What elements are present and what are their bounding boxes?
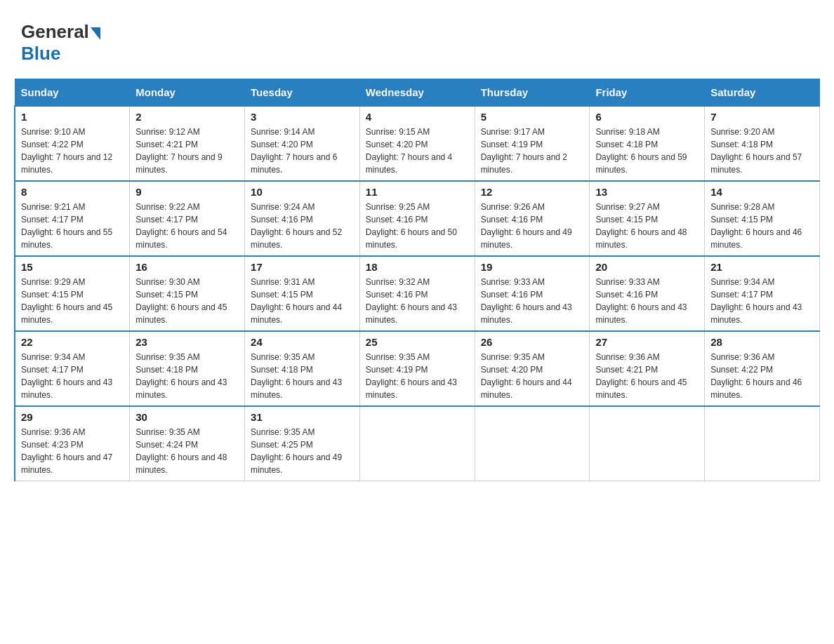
calendar-cell: 27 Sunrise: 9:36 AM Sunset: 4:21 PM Dayl…: [590, 331, 705, 406]
day-info: Sunrise: 9:34 AM Sunset: 4:17 PM Dayligh…: [21, 351, 124, 401]
calendar-week-row: 22 Sunrise: 9:34 AM Sunset: 4:17 PM Dayl…: [15, 331, 820, 406]
calendar-cell: [705, 406, 820, 481]
calendar-cell: [590, 406, 705, 481]
calendar-cell: [475, 406, 590, 481]
calendar-cell: 16 Sunrise: 9:30 AM Sunset: 4:15 PM Dayl…: [130, 256, 245, 331]
day-number: 3: [251, 111, 354, 123]
calendar-week-row: 29 Sunrise: 9:36 AM Sunset: 4:23 PM Dayl…: [15, 406, 820, 481]
calendar-cell: 18 Sunrise: 9:32 AM Sunset: 4:16 PM Dayl…: [359, 256, 475, 331]
page-header: General Blue: [14, 14, 820, 65]
day-info: Sunrise: 9:35 AM Sunset: 4:20 PM Dayligh…: [481, 351, 584, 401]
day-info: Sunrise: 9:14 AM Sunset: 4:20 PM Dayligh…: [251, 126, 354, 176]
day-number: 27: [595, 336, 699, 348]
col-header-thursday: Thursday: [475, 79, 590, 107]
day-number: 20: [595, 261, 699, 273]
day-info: Sunrise: 9:17 AM Sunset: 4:19 PM Dayligh…: [481, 126, 584, 176]
calendar-cell: 12 Sunrise: 9:26 AM Sunset: 4:16 PM Dayl…: [475, 181, 590, 256]
calendar-cell: 26 Sunrise: 9:35 AM Sunset: 4:20 PM Dayl…: [475, 331, 590, 406]
calendar-week-row: 8 Sunrise: 9:21 AM Sunset: 4:17 PM Dayli…: [15, 181, 820, 256]
calendar-cell: 9 Sunrise: 9:22 AM Sunset: 4:17 PM Dayli…: [130, 181, 245, 256]
calendar-cell: 3 Sunrise: 9:14 AM Sunset: 4:20 PM Dayli…: [245, 106, 360, 181]
day-number: 5: [481, 111, 584, 123]
day-number: 21: [710, 261, 814, 273]
calendar-cell: 13 Sunrise: 9:27 AM Sunset: 4:15 PM Dayl…: [590, 181, 705, 256]
day-info: Sunrise: 9:34 AM Sunset: 4:17 PM Dayligh…: [710, 276, 814, 326]
day-info: Sunrise: 9:26 AM Sunset: 4:16 PM Dayligh…: [481, 201, 584, 251]
day-number: 25: [366, 336, 469, 348]
day-info: Sunrise: 9:15 AM Sunset: 4:20 PM Dayligh…: [366, 126, 469, 176]
calendar-cell: 20 Sunrise: 9:33 AM Sunset: 4:16 PM Dayl…: [590, 256, 705, 331]
day-info: Sunrise: 9:27 AM Sunset: 4:15 PM Dayligh…: [595, 201, 699, 251]
calendar-cell: 21 Sunrise: 9:34 AM Sunset: 4:17 PM Dayl…: [705, 256, 820, 331]
day-number: 14: [710, 186, 814, 198]
calendar-header-row: SundayMondayTuesdayWednesdayThursdayFrid…: [15, 79, 820, 107]
calendar-week-row: 15 Sunrise: 9:29 AM Sunset: 4:15 PM Dayl…: [15, 256, 820, 331]
day-number: 26: [481, 336, 584, 348]
calendar-cell: 15 Sunrise: 9:29 AM Sunset: 4:15 PM Dayl…: [15, 256, 130, 331]
day-number: 2: [135, 111, 239, 123]
day-info: Sunrise: 9:30 AM Sunset: 4:15 PM Dayligh…: [135, 276, 239, 326]
logo-blue-text: Blue: [21, 43, 60, 65]
calendar-cell: [359, 406, 475, 481]
col-header-tuesday: Tuesday: [245, 79, 360, 107]
day-number: 11: [366, 186, 469, 198]
calendar-cell: 17 Sunrise: 9:31 AM Sunset: 4:15 PM Dayl…: [245, 256, 360, 331]
day-info: Sunrise: 9:36 AM Sunset: 4:22 PM Dayligh…: [710, 351, 814, 401]
day-info: Sunrise: 9:10 AM Sunset: 4:22 PM Dayligh…: [21, 126, 124, 176]
calendar-cell: 7 Sunrise: 9:20 AM Sunset: 4:18 PM Dayli…: [705, 106, 820, 181]
logo: General Blue: [21, 21, 102, 65]
day-number: 28: [710, 336, 814, 348]
day-number: 13: [595, 186, 699, 198]
col-header-friday: Friday: [590, 79, 705, 107]
day-number: 17: [251, 261, 354, 273]
day-info: Sunrise: 9:33 AM Sunset: 4:16 PM Dayligh…: [481, 276, 584, 326]
calendar-cell: 14 Sunrise: 9:28 AM Sunset: 4:15 PM Dayl…: [705, 181, 820, 256]
day-number: 4: [366, 111, 469, 123]
day-info: Sunrise: 9:32 AM Sunset: 4:16 PM Dayligh…: [366, 276, 469, 326]
logo-general-text: General: [21, 21, 89, 43]
calendar-week-row: 1 Sunrise: 9:10 AM Sunset: 4:22 PM Dayli…: [15, 106, 820, 181]
calendar-cell: 28 Sunrise: 9:36 AM Sunset: 4:22 PM Dayl…: [705, 331, 820, 406]
day-info: Sunrise: 9:31 AM Sunset: 4:15 PM Dayligh…: [251, 276, 354, 326]
day-number: 7: [710, 111, 814, 123]
day-number: 19: [481, 261, 584, 273]
day-info: Sunrise: 9:24 AM Sunset: 4:16 PM Dayligh…: [251, 201, 354, 251]
day-info: Sunrise: 9:21 AM Sunset: 4:17 PM Dayligh…: [21, 201, 124, 251]
calendar-cell: 22 Sunrise: 9:34 AM Sunset: 4:17 PM Dayl…: [15, 331, 130, 406]
day-info: Sunrise: 9:35 AM Sunset: 4:19 PM Dayligh…: [366, 351, 469, 401]
day-number: 10: [251, 186, 354, 198]
col-header-monday: Monday: [130, 79, 245, 107]
day-info: Sunrise: 9:35 AM Sunset: 4:18 PM Dayligh…: [251, 351, 354, 401]
day-number: 15: [21, 261, 124, 273]
day-number: 6: [595, 111, 699, 123]
day-number: 30: [135, 411, 239, 423]
calendar-cell: 11 Sunrise: 9:25 AM Sunset: 4:16 PM Dayl…: [359, 181, 475, 256]
day-info: Sunrise: 9:33 AM Sunset: 4:16 PM Dayligh…: [595, 276, 699, 326]
day-number: 1: [21, 111, 124, 123]
day-info: Sunrise: 9:12 AM Sunset: 4:21 PM Dayligh…: [135, 126, 239, 176]
logo-triangle-icon: [91, 27, 100, 40]
calendar-cell: 30 Sunrise: 9:35 AM Sunset: 4:24 PM Dayl…: [130, 406, 245, 481]
calendar-cell: 1 Sunrise: 9:10 AM Sunset: 4:22 PM Dayli…: [15, 106, 130, 181]
day-info: Sunrise: 9:22 AM Sunset: 4:17 PM Dayligh…: [135, 201, 239, 251]
calendar-cell: 31 Sunrise: 9:35 AM Sunset: 4:25 PM Dayl…: [245, 406, 360, 481]
day-info: Sunrise: 9:35 AM Sunset: 4:18 PM Dayligh…: [135, 351, 239, 401]
day-number: 23: [135, 336, 239, 348]
day-number: 22: [21, 336, 124, 348]
day-info: Sunrise: 9:18 AM Sunset: 4:18 PM Dayligh…: [595, 126, 699, 176]
day-number: 8: [21, 186, 124, 198]
day-number: 29: [21, 411, 124, 423]
calendar-cell: 2 Sunrise: 9:12 AM Sunset: 4:21 PM Dayli…: [130, 106, 245, 181]
calendar-cell: 25 Sunrise: 9:35 AM Sunset: 4:19 PM Dayl…: [359, 331, 475, 406]
day-number: 31: [251, 411, 354, 423]
col-header-saturday: Saturday: [705, 79, 820, 107]
day-info: Sunrise: 9:35 AM Sunset: 4:25 PM Dayligh…: [251, 426, 354, 476]
day-info: Sunrise: 9:20 AM Sunset: 4:18 PM Dayligh…: [710, 126, 814, 176]
calendar-cell: 29 Sunrise: 9:36 AM Sunset: 4:23 PM Dayl…: [15, 406, 130, 481]
calendar-cell: 6 Sunrise: 9:18 AM Sunset: 4:18 PM Dayli…: [590, 106, 705, 181]
calendar-cell: 23 Sunrise: 9:35 AM Sunset: 4:18 PM Dayl…: [130, 331, 245, 406]
calendar-table: SundayMondayTuesdayWednesdayThursdayFrid…: [14, 79, 820, 481]
calendar-cell: 24 Sunrise: 9:35 AM Sunset: 4:18 PM Dayl…: [245, 331, 360, 406]
calendar-cell: 19 Sunrise: 9:33 AM Sunset: 4:16 PM Dayl…: [475, 256, 590, 331]
calendar-cell: 10 Sunrise: 9:24 AM Sunset: 4:16 PM Dayl…: [245, 181, 360, 256]
